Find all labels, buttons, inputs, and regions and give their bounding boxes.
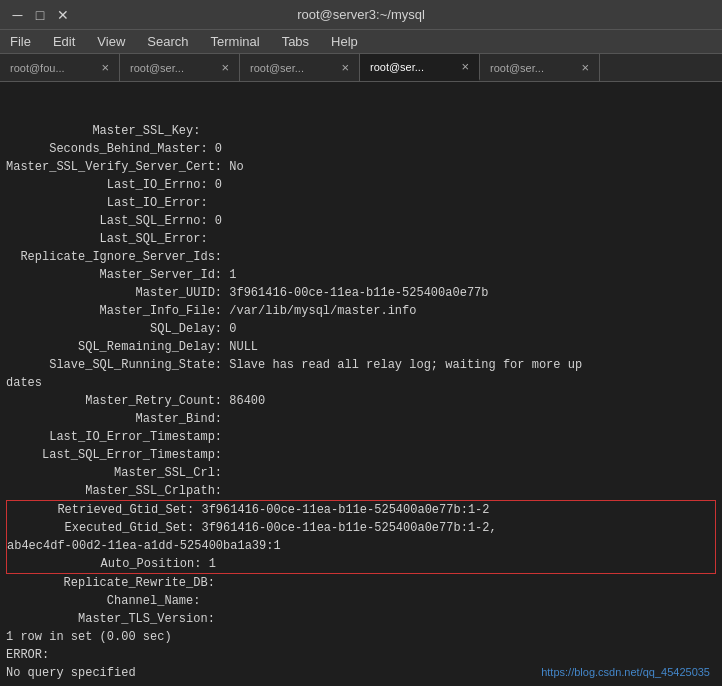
terminal-line: Master_SSL_Crlpath: xyxy=(6,482,716,500)
terminal-line: SQL_Delay: 0 xyxy=(6,320,716,338)
terminal-line: Replicate_Rewrite_DB: xyxy=(6,574,716,592)
terminal-line-highlight: Executed_Gtid_Set: 3f961416-00ce-11ea-b1… xyxy=(7,519,715,537)
minimize-button[interactable]: ─ xyxy=(10,7,25,23)
terminal-line: Last_SQL_Error: xyxy=(6,230,716,248)
terminal-line: Master_TLS_Version: xyxy=(6,610,716,628)
close-button[interactable]: ✕ xyxy=(55,7,70,23)
terminal-line: Master_Retry_Count: 86400 xyxy=(6,392,716,410)
window-title: root@server3:~/mysql xyxy=(70,7,652,22)
menu-item-help[interactable]: Help xyxy=(327,32,362,51)
tab-label-1: root@ser... xyxy=(130,62,215,74)
terminal-line-highlight: Retrieved_Gtid_Set: 3f961416-00ce-11ea-b… xyxy=(7,501,715,519)
terminal-content[interactable]: Master_SSL_Key: Seconds_Behind_Master: 0… xyxy=(0,82,722,686)
terminal-line: ERROR: xyxy=(6,646,716,664)
terminal-line: dates xyxy=(6,374,716,392)
title-bar: ─ □ ✕ root@server3:~/mysql xyxy=(0,0,722,30)
menu-item-edit[interactable]: Edit xyxy=(49,32,79,51)
terminal-line: Last_SQL_Errno: 0 xyxy=(6,212,716,230)
terminal-line: 1 row in set (0.00 sec) xyxy=(6,628,716,646)
terminal-line: Last_SQL_Error_Timestamp: xyxy=(6,446,716,464)
tab-1[interactable]: root@ser...× xyxy=(120,54,240,81)
terminal-line: Seconds_Behind_Master: 0 xyxy=(6,140,716,158)
tab-label-3: root@ser... xyxy=(370,61,455,73)
tab-2[interactable]: root@ser...× xyxy=(240,54,360,81)
highlighted-gtid-block: Retrieved_Gtid_Set: 3f961416-00ce-11ea-b… xyxy=(6,500,716,574)
terminal-line: Master_Server_Id: 1 xyxy=(6,266,716,284)
watermark: https://blog.csdn.net/qq_45425035 xyxy=(541,666,710,678)
terminal-wrapper: Master_SSL_Key: Seconds_Behind_Master: 0… xyxy=(0,82,722,686)
terminal-line: Master_UUID: 3f961416-00ce-11ea-b11e-525… xyxy=(6,284,716,302)
tab-bar: root@fou...×root@ser...×root@ser...×root… xyxy=(0,54,722,82)
menu-item-view[interactable]: View xyxy=(93,32,129,51)
maximize-button[interactable]: □ xyxy=(33,7,48,23)
tab-close-2[interactable]: × xyxy=(341,60,349,75)
tab-label-4: root@ser... xyxy=(490,62,575,74)
tab-close-3[interactable]: × xyxy=(461,59,469,74)
tab-label-0: root@fou... xyxy=(10,62,95,74)
tab-0[interactable]: root@fou...× xyxy=(0,54,120,81)
terminal-line: Master_Info_File: /var/lib/mysql/master.… xyxy=(6,302,716,320)
terminal-line-highlight: Auto_Position: 1 xyxy=(7,555,715,573)
terminal-line: Master_SSL_Key: xyxy=(6,122,716,140)
tab-3[interactable]: root@ser...× xyxy=(360,54,480,81)
menu-item-terminal[interactable]: Terminal xyxy=(207,32,264,51)
terminal-line: Channel_Name: xyxy=(6,592,716,610)
tab-close-1[interactable]: × xyxy=(221,60,229,75)
tab-close-0[interactable]: × xyxy=(101,60,109,75)
tab-4[interactable]: root@ser...× xyxy=(480,54,600,81)
terminal-line: Slave_SQL_Running_State: Slave has read … xyxy=(6,356,716,374)
tab-close-4[interactable]: × xyxy=(581,60,589,75)
terminal-line: Master_SSL_Crl: xyxy=(6,464,716,482)
tab-label-2: root@ser... xyxy=(250,62,335,74)
terminal-line: SQL_Remaining_Delay: NULL xyxy=(6,338,716,356)
menu-bar: FileEditViewSearchTerminalTabsHelp xyxy=(0,30,722,54)
terminal-line: Last_IO_Errno: 0 xyxy=(6,176,716,194)
terminal-line: Last_IO_Error: xyxy=(6,194,716,212)
terminal-line: Last_IO_Error_Timestamp: xyxy=(6,428,716,446)
terminal-line-highlight: ab4ec4df-00d2-11ea-a1dd-525400ba1a39:1 xyxy=(7,537,715,555)
terminal-line: Master_SSL_Verify_Server_Cert: No xyxy=(6,158,716,176)
menu-item-file[interactable]: File xyxy=(6,32,35,51)
menu-item-search[interactable]: Search xyxy=(143,32,192,51)
terminal-line: Replicate_Ignore_Server_Ids: xyxy=(6,248,716,266)
menu-item-tabs[interactable]: Tabs xyxy=(278,32,313,51)
terminal-line: Master_Bind: xyxy=(6,410,716,428)
